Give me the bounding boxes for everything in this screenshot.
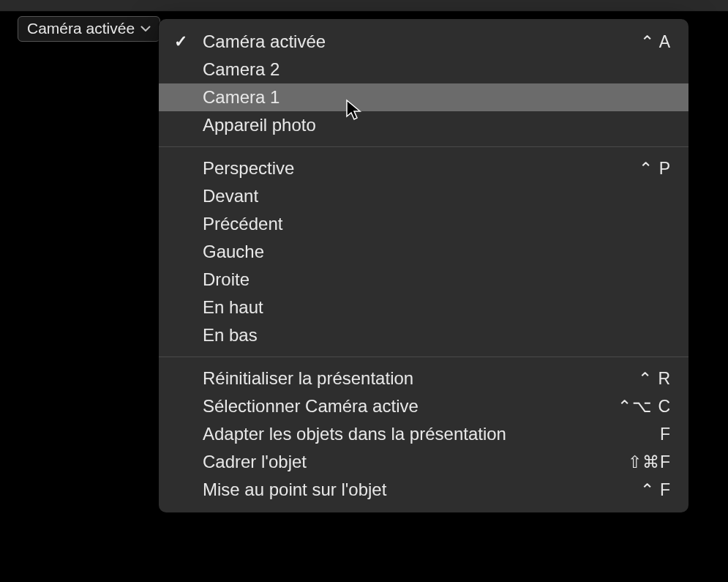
menu-item-shortcut: ⌃ R xyxy=(638,369,671,389)
menu-item-label: Précédent xyxy=(203,214,659,234)
menu-item-cadrer-objet[interactable]: Cadrer l'objet ⇧⌘F xyxy=(159,448,688,476)
menu-item-label: Gauche xyxy=(203,242,659,262)
camera-menu: ✓ Caméra activée ⌃ A Camera 2 Camera 1 A… xyxy=(159,19,688,512)
menu-item-en-haut[interactable]: En haut xyxy=(159,294,688,321)
menu-item-camera-2[interactable]: Camera 2 xyxy=(159,56,688,83)
menu-section-views: Perspective ⌃ P Devant Précédent Gauche … xyxy=(159,152,688,352)
top-bar xyxy=(0,0,728,12)
menu-item-label: Droite xyxy=(203,269,659,290)
menu-item-label: Devant xyxy=(203,186,659,206)
menu-item-label: Appareil photo xyxy=(203,115,659,135)
camera-dropdown-button[interactable]: Caméra activée xyxy=(18,16,160,42)
menu-item-devant[interactable]: Devant xyxy=(159,182,688,210)
menu-item-camera-1[interactable]: Camera 1 xyxy=(159,83,688,111)
menu-item-mise-au-point[interactable]: Mise au point sur l'objet ⌃ F xyxy=(159,476,688,504)
menu-item-gauche[interactable]: Gauche xyxy=(159,238,688,266)
menu-separator xyxy=(159,146,688,147)
menu-item-appareil-photo[interactable]: Appareil photo xyxy=(159,111,688,139)
menu-item-selectionner-camera[interactable]: Sélectionner Caméra active ⌃⌥ C xyxy=(159,392,688,420)
menu-item-en-bas[interactable]: En bas xyxy=(159,321,688,349)
menu-item-label: Réinitialiser la présentation xyxy=(203,368,626,389)
menu-item-reinitialiser[interactable]: Réinitialiser la présentation ⌃ R xyxy=(159,365,688,392)
check-icon: ✓ xyxy=(174,32,187,51)
menu-item-label: Perspective xyxy=(203,158,627,179)
camera-dropdown-label: Caméra activée xyxy=(27,20,135,37)
chevron-down-icon xyxy=(140,25,151,32)
menu-item-droite[interactable]: Droite xyxy=(159,266,688,294)
menu-item-label: Caméra activée xyxy=(203,31,628,52)
menu-item-perspective[interactable]: Perspective ⌃ P xyxy=(159,154,688,182)
menu-item-label: Cadrer l'objet xyxy=(203,452,616,472)
menu-item-label: Mise au point sur l'objet xyxy=(203,480,628,500)
menu-item-label: Adapter les objets dans la présentation xyxy=(203,424,648,444)
menu-item-shortcut: ⌃⌥ C xyxy=(618,397,671,417)
check-col: ✓ xyxy=(159,32,203,51)
menu-item-camera-activee[interactable]: ✓ Caméra activée ⌃ A xyxy=(159,28,688,56)
menu-item-shortcut: ⌃ P xyxy=(639,159,671,179)
menu-item-label: Camera 2 xyxy=(203,59,659,80)
menu-item-label: En haut xyxy=(203,297,659,318)
menu-item-shortcut: ⌃ F xyxy=(640,480,671,500)
menu-item-label: Camera 1 xyxy=(203,87,659,108)
menu-item-shortcut: ⇧⌘F xyxy=(628,452,671,472)
menu-item-precedent[interactable]: Précédent xyxy=(159,210,688,238)
menu-section-cameras: ✓ Caméra activée ⌃ A Camera 2 Camera 1 A… xyxy=(159,25,688,142)
menu-item-shortcut: F xyxy=(660,425,671,444)
menu-section-actions: Réinitialiser la présentation ⌃ R Sélect… xyxy=(159,362,688,507)
menu-item-shortcut: ⌃ A xyxy=(640,32,671,52)
menu-item-adapter-objets[interactable]: Adapter les objets dans la présentation … xyxy=(159,420,688,448)
menu-separator xyxy=(159,357,688,357)
menu-item-label: Sélectionner Caméra active xyxy=(203,396,606,417)
menu-item-label: En bas xyxy=(203,325,659,346)
